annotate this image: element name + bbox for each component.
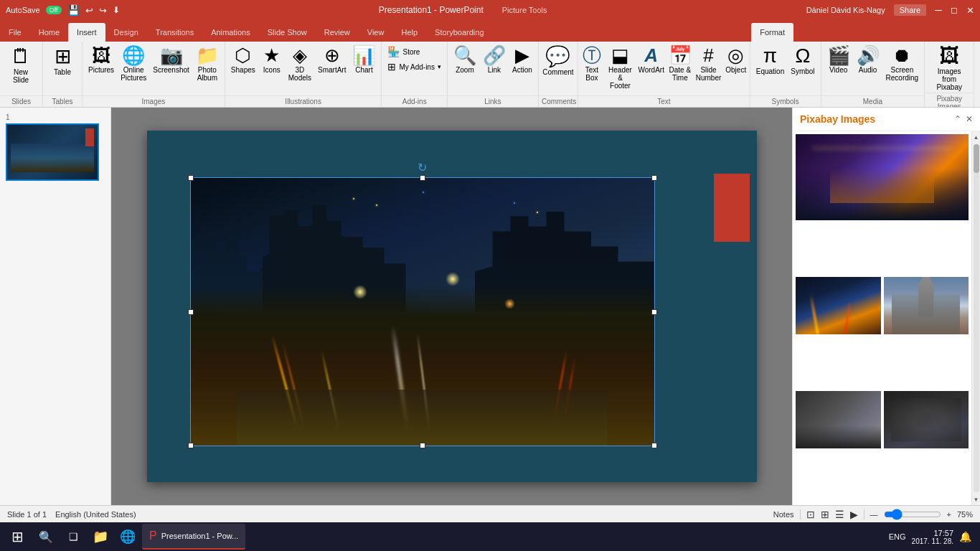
tab-transitions[interactable]: Transitions	[147, 23, 202, 42]
close-button[interactable]: ✕	[966, 5, 974, 16]
pixabay-expand-icon[interactable]: ⌃	[954, 114, 961, 124]
screenshot-button[interactable]: 📷 Screenshot	[150, 44, 192, 75]
zoom-out-icon[interactable]: —	[870, 510, 878, 519]
video-button[interactable]: 🎬 Video	[824, 44, 853, 75]
pixabay-image-4[interactable]	[796, 391, 881, 448]
tab-help[interactable]: Help	[392, 23, 426, 42]
illustrations-group-label: Illustrations	[225, 95, 382, 107]
save-icon[interactable]: 💾	[67, 4, 80, 16]
action-label: Action	[512, 66, 532, 74]
tab-file[interactable]: File	[0, 23, 30, 42]
notification-icon[interactable]: 🔔	[959, 531, 971, 542]
handle-top-center[interactable]	[420, 175, 425, 181]
action-button[interactable]: ▶ Action	[509, 44, 535, 75]
pixabay-image-1[interactable]	[796, 134, 969, 220]
pixabay-scroll-down[interactable]: ▼	[972, 494, 981, 505]
text-box-button[interactable]: Ⓣ TextBox	[580, 44, 604, 83]
taskbar-powerpoint[interactable]: P Presentation1 - Pow...	[142, 524, 245, 550]
rotate-handle[interactable]: ↻	[416, 161, 429, 174]
handle-bottom-center[interactable]	[420, 443, 425, 448]
zoom-in-icon[interactable]: +	[947, 510, 951, 519]
view-slide-sorter-icon[interactable]: ⊞	[821, 509, 829, 520]
slides-group-label: Slides	[0, 95, 42, 107]
share-button[interactable]: Share	[894, 4, 926, 16]
table-icon: ⊞	[55, 47, 71, 67]
slide-number-button[interactable]: # SlideNumber	[694, 44, 722, 83]
autosave-toggle[interactable]: Off	[46, 6, 62, 14]
pixabay-image-2[interactable]	[796, 277, 881, 334]
tab-slideshow[interactable]: Slide Show	[259, 23, 316, 42]
pixabay-image-5[interactable]	[884, 391, 969, 448]
table-button[interactable]: ⊞ Table	[50, 44, 75, 78]
systray-date: 2017. 11. 28.	[912, 537, 953, 545]
3d-models-icon: ◈	[293, 46, 307, 65]
pixabay-scroll-up[interactable]: ▲	[972, 131, 981, 143]
tab-view[interactable]: View	[359, 23, 393, 42]
tab-review[interactable]: Review	[316, 23, 359, 42]
handle-middle-right[interactable]	[651, 309, 657, 315]
tab-design[interactable]: Design	[105, 23, 147, 42]
pixabay-image-3[interactable]	[884, 277, 969, 334]
handle-bottom-left[interactable]	[188, 443, 194, 448]
zoom-button[interactable]: 🔍 Zoom	[451, 44, 479, 75]
view-normal-icon[interactable]: ⊡	[806, 509, 815, 520]
header-footer-button[interactable]: ⬓ Header& Footer	[605, 44, 636, 91]
start-button[interactable]: ⊞	[3, 524, 32, 550]
redo-icon[interactable]: ↪	[99, 5, 107, 16]
handle-middle-left[interactable]	[188, 309, 194, 315]
handle-bottom-right[interactable]	[651, 443, 657, 448]
tab-storyboarding[interactable]: Storyboarding	[426, 23, 493, 42]
chart-button[interactable]: 📊 Chart	[349, 44, 378, 75]
date-time-button[interactable]: 📅 Date &Time	[666, 44, 693, 83]
pictures-button[interactable]: 🖼 Pictures	[85, 44, 117, 75]
minimize-button[interactable]: ─	[935, 4, 942, 16]
taskbar-edge[interactable]: 🌐	[115, 524, 141, 550]
notes-button[interactable]: Notes	[773, 510, 794, 519]
pixabay-close-icon[interactable]: ✕	[966, 114, 973, 124]
handle-top-right[interactable]	[651, 175, 657, 181]
shapes-button[interactable]: ⬡ Shapes	[228, 44, 258, 75]
task-view-button[interactable]: ❑	[60, 524, 86, 550]
comment-button[interactable]: 💬 Comment	[538, 44, 578, 78]
slide-thumbnail[interactable]	[6, 123, 99, 181]
wordart-button[interactable]: A WordArt	[636, 44, 666, 75]
handle-top-left[interactable]	[188, 175, 194, 181]
tab-animations[interactable]: Animations	[202, 23, 258, 42]
zoom-slider[interactable]	[884, 510, 941, 519]
new-slide-icon: 🗒	[11, 47, 31, 67]
equation-button[interactable]: π Equation	[753, 44, 787, 77]
undo-icon[interactable]: ↩	[85, 5, 93, 16]
red-rectangle[interactable]	[714, 174, 750, 242]
link-button[interactable]: 🔗 Link	[480, 44, 509, 75]
screen-recording-button[interactable]: ⏺ ScreenRecording	[883, 44, 922, 83]
images-from-pixabay-button[interactable]: 🖼 Images fromPixabay	[928, 44, 971, 93]
tab-insert[interactable]: Insert	[68, 23, 105, 42]
tab-home[interactable]: Home	[30, 23, 68, 42]
my-addins-button[interactable]: ⊞ My Add-ins ▾	[385, 60, 443, 74]
view-presentation-icon[interactable]: ▶	[850, 509, 858, 520]
online-pictures-label: OnlinePictures	[121, 66, 146, 82]
tab-format[interactable]: Format	[751, 23, 793, 42]
symbol-button[interactable]: Ω Symbol	[788, 44, 817, 77]
slide-number-icon: #	[703, 46, 713, 65]
systray-lang: ENG	[889, 532, 906, 541]
smartart-button[interactable]: ⊕ SmartArt	[315, 44, 349, 75]
pixabay-scrollbar-thumb[interactable]	[974, 144, 979, 173]
customize-icon[interactable]: ⬇	[113, 5, 120, 15]
3d-models-button[interactable]: ◈ 3DModels	[286, 44, 314, 83]
restore-button[interactable]: ◻	[951, 5, 958, 15]
selected-image[interactable]: ↻	[190, 177, 655, 446]
view-reading-icon[interactable]: ☰	[835, 509, 844, 520]
photo-album-button[interactable]: 📁 PhotoAlbum	[193, 44, 222, 83]
taskbar-search[interactable]: 🔍	[33, 524, 59, 550]
taskbar-explorer[interactable]: 📁	[88, 524, 113, 550]
pixabay-title: Pixabay Images	[800, 113, 875, 125]
date-time-label: Date &Time	[669, 66, 692, 82]
icons-button[interactable]: ★ Icons	[259, 44, 285, 75]
pixabay-images-group-label: Pixabay Images	[925, 93, 974, 108]
audio-button[interactable]: 🔊 Audio	[854, 44, 882, 75]
online-pictures-button[interactable]: 🌐 OnlinePictures	[118, 44, 149, 83]
new-slide-button[interactable]: 🗒 NewSlide	[3, 44, 39, 86]
store-button[interactable]: 🏪 Store	[385, 44, 423, 59]
object-button[interactable]: ◎ Object	[724, 44, 748, 75]
